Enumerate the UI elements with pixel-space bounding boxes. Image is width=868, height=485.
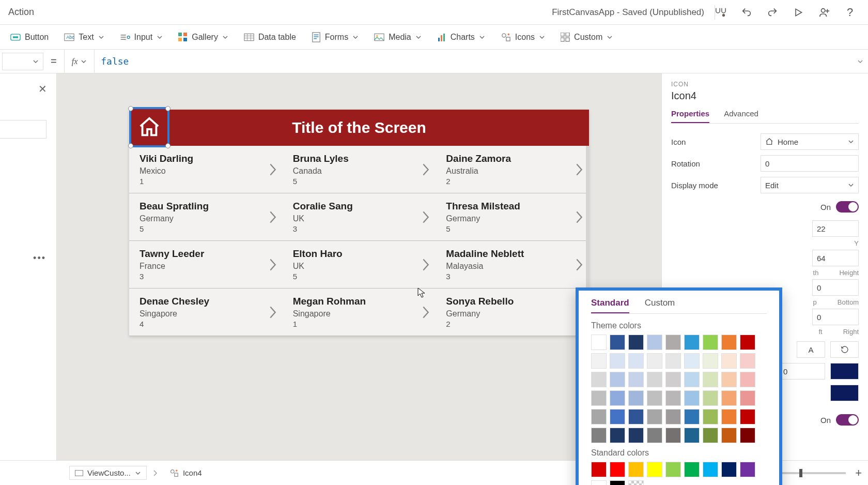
y-input[interactable]: 64 xyxy=(812,250,859,266)
color-swatch[interactable] xyxy=(610,390,625,406)
gallery-item[interactable]: Tawny Leeder France 3 xyxy=(129,241,283,288)
chevron-right-icon[interactable] xyxy=(421,162,430,177)
property-selector[interactable] xyxy=(2,53,43,70)
gallery-item[interactable]: Beau Spratling Germany 5 xyxy=(129,193,283,240)
color-swatch[interactable] xyxy=(591,335,607,350)
chevron-right-icon[interactable] xyxy=(421,257,430,272)
color-swatch[interactable] xyxy=(610,353,625,369)
gallery-item[interactable]: Bruna Lyles Canada 5 xyxy=(283,146,436,193)
color-swatch[interactable] xyxy=(647,462,662,477)
gallery-item[interactable]: Elton Haro UK 5 xyxy=(283,241,436,288)
color-swatch[interactable] xyxy=(684,428,700,443)
color-swatch[interactable] xyxy=(684,462,700,477)
color-swatch[interactable] xyxy=(721,353,737,369)
border-input[interactable]: 0 xyxy=(779,363,825,380)
color-swatch[interactable] xyxy=(591,372,607,387)
color-swatch[interactable] xyxy=(721,462,737,477)
color-swatch[interactable] xyxy=(628,480,644,485)
focus-toggle[interactable] xyxy=(836,414,859,426)
color-swatch[interactable] xyxy=(647,428,662,443)
color-swatch[interactable] xyxy=(591,353,607,369)
color-swatch[interactable] xyxy=(740,462,755,477)
color-swatch[interactable] xyxy=(740,372,755,387)
color-swatch[interactable] xyxy=(628,372,644,387)
color-swatch[interactable] xyxy=(610,409,625,425)
color-swatch[interactable] xyxy=(628,353,644,369)
color-swatch[interactable] xyxy=(591,480,607,485)
color-swatch[interactable] xyxy=(684,390,700,406)
color-swatch[interactable] xyxy=(703,353,718,369)
x-input[interactable]: 22 xyxy=(812,220,859,237)
zoom-in-icon[interactable]: + xyxy=(855,466,862,480)
color-swatch[interactable] xyxy=(647,390,662,406)
chevron-right-icon[interactable] xyxy=(575,162,584,177)
chevron-right-icon[interactable] xyxy=(268,305,277,320)
color-swatch[interactable] xyxy=(684,372,700,387)
displaymode-select[interactable]: Edit xyxy=(761,177,859,193)
insert-button[interactable]: Button xyxy=(4,29,55,45)
color-swatch[interactable] xyxy=(591,409,607,425)
chevron-right-icon[interactable] xyxy=(268,210,277,224)
color-swatch[interactable] xyxy=(591,462,607,477)
color-swatch[interactable] xyxy=(721,390,737,406)
color-swatch[interactable] xyxy=(721,372,737,387)
color-swatch[interactable] xyxy=(684,335,700,350)
color-swatch[interactable] xyxy=(628,428,644,443)
insert-media[interactable]: Media xyxy=(368,29,428,45)
icon-property-select[interactable]: Home xyxy=(761,133,859,150)
color-swatch[interactable] xyxy=(740,409,755,425)
gallery-item[interactable]: Denae Chesley Singapore 4 xyxy=(129,289,283,336)
padding-left-input[interactable]: 0 xyxy=(812,309,859,325)
color-swatch[interactable] xyxy=(665,390,681,406)
close-icon[interactable]: ✕ xyxy=(38,83,47,95)
fx-button[interactable]: fx xyxy=(64,50,95,73)
chevron-right-icon[interactable] xyxy=(575,210,584,224)
color-swatch[interactable] xyxy=(628,390,644,406)
breadcrumb-screen[interactable]: ViewCusto... xyxy=(69,466,147,480)
tab-advanced[interactable]: Advanced xyxy=(724,109,758,123)
color-swatch[interactable] xyxy=(721,335,737,350)
color-swatch[interactable] xyxy=(665,409,681,425)
expand-formula-icon[interactable] xyxy=(853,58,868,65)
font-weight-button[interactable]: A xyxy=(797,341,825,358)
play-icon[interactable] xyxy=(793,7,804,18)
app-checker-icon[interactable] xyxy=(715,7,726,18)
chevron-right-icon[interactable] xyxy=(268,257,277,272)
gallery-item[interactable]: Viki Darling Mexico 1 xyxy=(129,146,283,193)
tree-search-input[interactable] xyxy=(0,120,47,139)
color-swatch[interactable] xyxy=(665,335,681,350)
redo-icon[interactable] xyxy=(767,7,778,18)
color-swatch[interactable] xyxy=(665,372,681,387)
color-swatch[interactable] xyxy=(628,335,644,350)
visible-toggle[interactable] xyxy=(836,201,859,213)
insert-text[interactable]: Abc Text xyxy=(58,29,110,45)
color-swatch[interactable] xyxy=(628,409,644,425)
color-swatch[interactable] xyxy=(703,372,718,387)
color-swatch[interactable] xyxy=(740,390,755,406)
color-tab-standard[interactable]: Standard xyxy=(591,298,629,313)
color-swatch[interactable] xyxy=(703,462,718,477)
share-icon[interactable] xyxy=(818,7,830,18)
app-canvas[interactable]: Title of the Screen Viki Darling Mexico … xyxy=(129,110,589,336)
color-swatch-2[interactable] xyxy=(830,385,859,401)
color-swatch[interactable] xyxy=(647,335,662,350)
color-swatch[interactable] xyxy=(610,372,625,387)
more-icon[interactable]: ••• xyxy=(33,253,46,264)
chevron-right-icon[interactable] xyxy=(268,162,277,177)
font-reset-button[interactable] xyxy=(830,341,859,358)
color-swatch[interactable] xyxy=(703,428,718,443)
chevron-right-icon[interactable] xyxy=(421,210,430,224)
color-swatch[interactable] xyxy=(647,353,662,369)
color-swatch[interactable] xyxy=(721,409,737,425)
insert-custom[interactable]: Custom xyxy=(554,29,619,45)
undo-icon[interactable] xyxy=(741,7,752,18)
breadcrumb-control[interactable]: Icon4 xyxy=(164,466,207,479)
insert-forms[interactable]: Forms xyxy=(305,29,365,46)
color-swatch[interactable] xyxy=(740,428,755,443)
insert-datatable[interactable]: Data table xyxy=(238,29,302,45)
insert-charts[interactable]: Charts xyxy=(431,29,491,45)
color-swatch[interactable] xyxy=(740,353,755,369)
rotation-input[interactable]: 0 xyxy=(761,155,859,172)
selected-home-icon[interactable] xyxy=(129,107,169,147)
padding-top-input[interactable]: 0 xyxy=(812,279,859,296)
